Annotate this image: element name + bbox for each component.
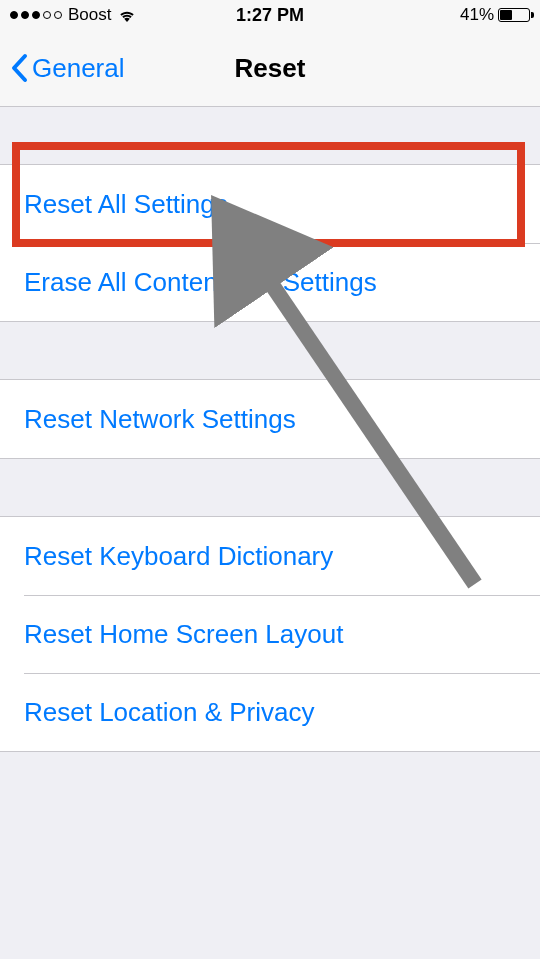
- reset-network-settings-cell[interactable]: Reset Network Settings: [0, 380, 540, 458]
- cell-group-2: Reset Network Settings: [0, 379, 540, 459]
- cell-group-3: Reset Keyboard Dictionary Reset Home Scr…: [0, 516, 540, 752]
- back-button[interactable]: General: [10, 53, 125, 84]
- battery-icon: [498, 8, 530, 22]
- cell-label: Reset All Settings: [24, 189, 228, 220]
- reset-keyboard-dictionary-cell[interactable]: Reset Keyboard Dictionary: [0, 517, 540, 595]
- cell-label: Reset Home Screen Layout: [24, 619, 343, 650]
- cell-group-1: Reset All Settings Erase All Content and…: [0, 164, 540, 322]
- cell-label: Reset Location & Privacy: [24, 697, 314, 728]
- battery-percentage: 41%: [460, 5, 494, 25]
- group-spacer: [0, 107, 540, 164]
- cell-label: Reset Network Settings: [24, 404, 296, 435]
- cell-label: Erase All Content and Settings: [24, 267, 377, 298]
- carrier-label: Boost: [68, 5, 111, 25]
- reset-all-settings-cell[interactable]: Reset All Settings: [0, 165, 540, 243]
- wifi-icon: [117, 8, 137, 23]
- page-title: Reset: [235, 53, 306, 84]
- signal-strength-icon: [10, 11, 62, 19]
- back-label: General: [32, 53, 125, 84]
- content: Reset All Settings Erase All Content and…: [0, 107, 540, 752]
- status-time: 1:27 PM: [236, 5, 304, 26]
- cell-label: Reset Keyboard Dictionary: [24, 541, 333, 572]
- status-left: Boost: [10, 5, 137, 25]
- erase-all-content-cell[interactable]: Erase All Content and Settings: [24, 243, 540, 321]
- group-spacer: [0, 459, 540, 516]
- chevron-left-icon: [10, 53, 28, 83]
- status-bar: Boost 1:27 PM 41%: [0, 0, 540, 30]
- group-spacer: [0, 322, 540, 379]
- reset-home-screen-layout-cell[interactable]: Reset Home Screen Layout: [24, 595, 540, 673]
- reset-location-privacy-cell[interactable]: Reset Location & Privacy: [24, 673, 540, 751]
- nav-bar: General Reset: [0, 30, 540, 107]
- status-right: 41%: [460, 5, 530, 25]
